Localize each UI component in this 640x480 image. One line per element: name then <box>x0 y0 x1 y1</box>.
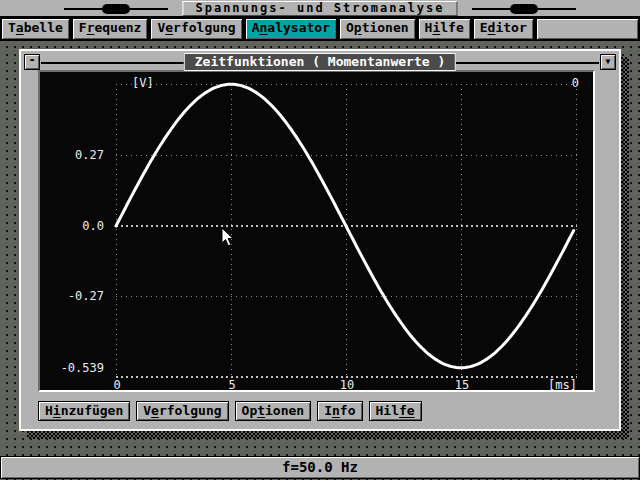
arrow-cursor-icon <box>221 227 235 248</box>
sine-curve <box>116 84 574 368</box>
window-minimize-button[interactable]: - <box>24 54 40 70</box>
channel-label: 0 <box>572 77 579 89</box>
optionen-button[interactable]: Optionen <box>235 401 312 421</box>
window-title: Zeitfunktionen ( Momentanwerte ) <box>184 53 456 71</box>
y-tick-label: 0.0 <box>82 220 104 232</box>
x-tick-label: 10 <box>340 379 354 391</box>
hinzufuegen-button[interactable]: Hinzufügen <box>38 401 130 421</box>
y-tick-label: -0.539 <box>61 362 104 374</box>
info-button[interactable]: Info <box>317 401 362 421</box>
menu-item-analysator[interactable]: Analysator <box>245 18 337 40</box>
menu-item-frequenz[interactable]: Frequenz <box>72 18 149 40</box>
window-dropdown-button[interactable]: ▼ <box>600 54 616 70</box>
y-tick-label: -0.27 <box>68 290 104 302</box>
app-header: Spannungs- und Stromanalyse <box>0 0 640 17</box>
desktop: Spannungs- und Stromanalyse Tabelle Freq… <box>0 0 640 480</box>
plot-area: [V] 0 0.27 0.0 -0.27 -0.539 0 5 10 15 [m… <box>38 70 595 392</box>
x-tick-label: 15 <box>455 379 469 391</box>
minus-icon: - <box>28 53 35 67</box>
verfolgung-button[interactable]: Verfolgung <box>136 401 228 421</box>
x-axis-unit-label: [ms] <box>548 379 577 391</box>
hilfe-button[interactable]: Hilfe <box>369 401 422 421</box>
analysator-window: - Zeitfunktionen ( Momentanwerte ) ▼ <box>19 49 621 431</box>
window-button-row: Hinzufügen Verfolgung Optionen Info Hilf… <box>38 401 422 421</box>
mouse-cursor <box>221 227 235 252</box>
menu-item-verfolgung[interactable]: Verfolgung <box>150 18 242 40</box>
app-title: Spannungs- und Stromanalyse <box>182 1 457 16</box>
chevron-down-icon: ▼ <box>606 57 611 66</box>
component-symbol-icon <box>64 8 168 10</box>
sine-chart <box>40 72 593 390</box>
menu-bar: Tabelle Frequenz Verfolgung Analysator O… <box>0 17 640 41</box>
menu-bar-filler <box>536 18 639 40</box>
y-axis-unit-label: [V] <box>132 77 154 89</box>
frequency-status-text: f=50.0 Hz <box>282 459 358 475</box>
menu-item-optionen[interactable]: Optionen <box>339 18 416 40</box>
menu-item-editor[interactable]: Editor <box>473 18 534 40</box>
plot-canvas: [V] 0 0.27 0.0 -0.27 -0.539 0 5 10 15 [m… <box>40 72 593 390</box>
status-bar: f=50.0 Hz <box>0 456 640 479</box>
x-tick-label: 0 <box>113 379 120 391</box>
menu-item-hilfe[interactable]: Hilfe <box>418 18 471 40</box>
component-symbol-icon <box>472 8 576 10</box>
x-tick-label: 5 <box>228 379 235 391</box>
menu-item-tabelle[interactable]: Tabelle <box>1 18 70 40</box>
y-tick-label: 0.27 <box>75 149 104 161</box>
